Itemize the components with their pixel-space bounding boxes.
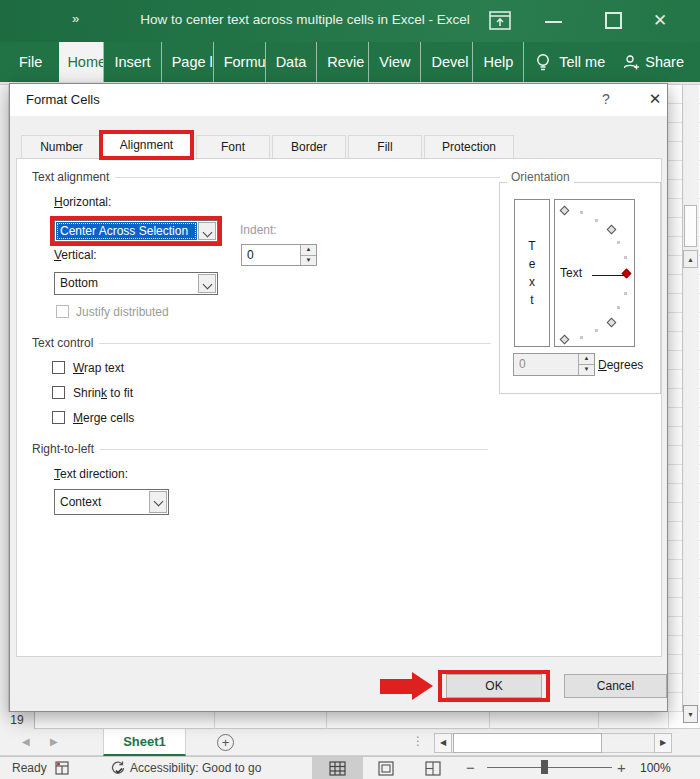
tab-bar-drag-dots-icon[interactable]: ⋮ [412, 734, 424, 748]
quick-access-collapse-icon[interactable]: » [72, 11, 77, 26]
dialog-close-icon[interactable]: ✕ [643, 90, 667, 108]
format-cells-dialog: Format Cells ? ✕ Number Alignment Font B… [9, 83, 668, 712]
vertical-label: Vertical: [54, 248, 97, 262]
grid-line [668, 712, 669, 729]
sheet-nav-right-icon[interactable]: ▶ [50, 736, 58, 747]
zoom-out-button[interactable]: − [466, 759, 475, 776]
tell-me-label: Tell me [559, 54, 605, 70]
chevron-down-icon[interactable] [198, 222, 216, 240]
scroll-down-icon[interactable]: ▼ [683, 705, 698, 723]
share-button[interactable]: Share [622, 42, 684, 82]
dial-handle-icon[interactable] [560, 206, 570, 216]
chevron-down-icon[interactable] [198, 274, 216, 293]
text-direction-label: Text direction: [54, 467, 128, 481]
zoom-slider-track[interactable] [487, 767, 612, 768]
lightbulb-icon [536, 52, 550, 72]
scroll-up-icon[interactable]: ▲ [683, 250, 698, 268]
vertical-scrollbar-thumb[interactable] [684, 205, 697, 247]
normal-view-button[interactable] [312, 757, 363, 779]
merge-cells-checkbox[interactable] [52, 411, 65, 424]
horizontal-dropdown[interactable]: Center Across Selection [54, 220, 218, 242]
horizontal-highlight-box: Center Across Selection [50, 216, 222, 246]
justify-distributed-checkbox[interactable] [56, 305, 69, 318]
spin-down-icon[interactable]: ▼ [301, 256, 316, 266]
zoom-slider-thumb[interactable] [541, 760, 548, 774]
new-sheet-button[interactable]: + [217, 734, 234, 751]
dialog-tab-alignment[interactable]: Alignment [99, 130, 194, 160]
orientation-caption: Orientation [507, 170, 574, 184]
tab-data[interactable]: Data [265, 42, 317, 82]
tab-developer[interactable]: Devel [420, 42, 472, 82]
hscroll-right-icon[interactable]: ▶ [654, 733, 672, 753]
dialog-tab-protection[interactable]: Protection [424, 135, 514, 159]
tab-insert[interactable]: Insert [103, 42, 160, 82]
zoom-in-button[interactable]: + [617, 759, 626, 776]
chevron-down-icon[interactable] [149, 491, 167, 513]
spin-down-icon[interactable]: ▼ [579, 365, 594, 375]
row-header[interactable]: 19 [0, 712, 35, 729]
dialog-title: Format Cells [26, 92, 100, 107]
window-title: How to center text across multiple cells… [120, 12, 490, 27]
tab-formulas[interactable]: Formu [213, 42, 265, 82]
maximize-button[interactable] [605, 12, 622, 29]
dial-dot [580, 211, 583, 214]
spin-up-icon[interactable]: ▲ [301, 245, 316, 256]
ribbon-display-options-icon[interactable] [489, 11, 511, 30]
shrink-to-fit-label: Shrink to fit [73, 386, 133, 400]
excel-window: » How to center text across multiple cel… [0, 0, 700, 779]
dial-handle-icon[interactable] [560, 335, 570, 345]
degrees-label: Degrees [598, 358, 643, 372]
macro-record-icon[interactable] [55, 761, 69, 775]
alignment-tab-page: Text alignment Horizontal: Center Across… [16, 158, 662, 657]
tab-help[interactable]: Help [472, 42, 523, 82]
close-button[interactable]: ✕ [653, 9, 667, 33]
shrink-to-fit-checkbox[interactable] [52, 386, 65, 399]
tell-me-box[interactable]: Tell me [523, 42, 617, 82]
horizontal-scrollbar-thumb[interactable] [453, 733, 602, 753]
cancel-button[interactable]: Cancel [564, 674, 667, 698]
wrap-text-checkbox[interactable] [52, 361, 65, 374]
sheet-tab-sheet1[interactable]: Sheet1 [103, 729, 186, 756]
page-break-view-button[interactable] [420, 757, 446, 779]
text-alignment-section-header: Text alignment [32, 170, 500, 184]
dialog-tab-fill[interactable]: Fill [348, 135, 422, 159]
vertical-dropdown[interactable]: Bottom [54, 272, 218, 295]
dialog-tab-number[interactable]: Number [21, 135, 102, 159]
dial-handle-icon[interactable] [607, 225, 617, 235]
share-label: Share [645, 54, 684, 70]
dial-dot [624, 292, 627, 295]
horizontal-label: Horizontal: [54, 195, 111, 209]
worksheet-row-19: 19 [0, 712, 700, 729]
dialog-tab-border[interactable]: Border [272, 135, 346, 159]
indent-spinner[interactable]: 0 ▲ ▼ [241, 244, 317, 266]
annotation-arrow-head-icon [412, 672, 433, 700]
vertical-selected-value: Bottom [55, 273, 197, 294]
sheet-nav-left-icon[interactable]: ◀ [22, 736, 30, 747]
text-direction-dropdown[interactable]: Context [54, 489, 169, 515]
vertical-scrollbar[interactable] [682, 85, 699, 729]
dial-handle-selected-icon[interactable] [622, 269, 632, 279]
dialog-tab-font[interactable]: Font [196, 135, 270, 159]
vertical-text-preview[interactable]: T e x t [514, 199, 550, 347]
ribbon-tab-bar: File Home Insert Page l Formu Data Revie… [0, 42, 700, 82]
dial-handle-icon[interactable] [607, 318, 617, 328]
text-direction-value: Context [55, 490, 148, 514]
tab-file[interactable]: File [0, 42, 59, 82]
accessibility-status[interactable]: Accessibility: Good to go [110, 760, 261, 776]
minimize-button[interactable] [545, 21, 562, 23]
tab-home[interactable]: Home [59, 42, 103, 82]
degrees-spinner[interactable]: 0 ▲ ▼ [513, 353, 595, 376]
tab-page-layout[interactable]: Page l [161, 42, 213, 82]
page-break-icon [425, 761, 441, 776]
rotation-dial[interactable]: Text [554, 199, 635, 347]
hscroll-left-icon[interactable]: ◀ [434, 733, 452, 753]
tab-view[interactable]: View [368, 42, 420, 82]
accessibility-label: Accessibility: Good to go [130, 761, 261, 775]
spin-up-icon[interactable]: ▲ [579, 354, 594, 365]
grid-view-icon [329, 761, 346, 776]
indent-value: 0 [242, 245, 300, 265]
zoom-level[interactable]: 100% [640, 761, 671, 775]
tab-review[interactable]: Revie [316, 42, 368, 82]
dialog-help-icon[interactable]: ? [596, 91, 616, 107]
page-layout-view-button[interactable] [374, 757, 398, 779]
